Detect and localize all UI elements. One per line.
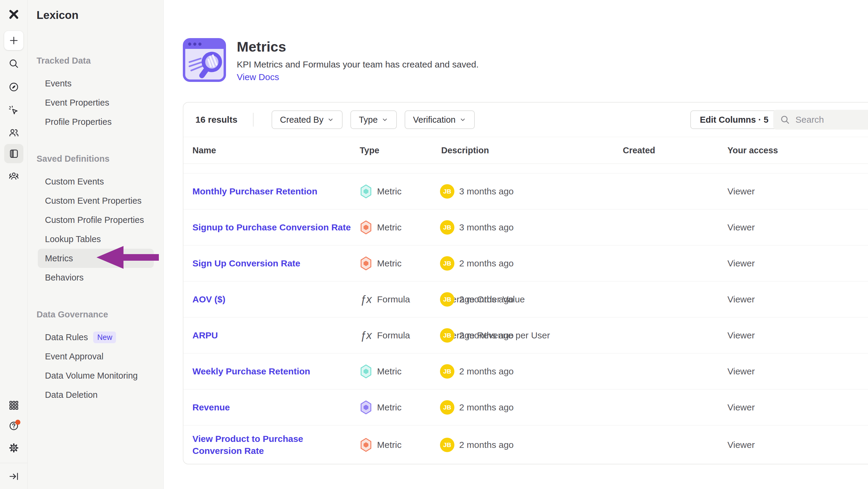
created-cell: 2 months ago	[459, 330, 514, 341]
metric-name-link[interactable]: Signup to Purchase Conversion Rate	[192, 222, 351, 233]
view-docs-link[interactable]: View Docs	[237, 72, 279, 82]
partial-row	[183, 164, 868, 173]
metric-name-link[interactable]: AOV ($)	[192, 293, 351, 306]
sidebar-item-event-approval[interactable]: Event Approval	[38, 347, 154, 366]
sidebar-item-custom-event-properties[interactable]: Custom Event Properties	[38, 191, 154, 210]
avatar: JB	[440, 400, 454, 414]
results-toolbar: 16 results Created ByTypeVerification Ed…	[183, 103, 868, 137]
metrics-app-icon	[182, 37, 226, 83]
sidebar-item-event-properties[interactable]: Event Properties	[38, 93, 154, 112]
sidebar-item-label: Lookup Tables	[45, 234, 101, 244]
type-label: Metric	[377, 440, 402, 450]
table-search[interactable]	[773, 110, 868, 130]
sidebar-title: Lexicon	[28, 0, 163, 25]
sidebar-item-label: Data Rules	[45, 333, 88, 342]
type-cell: ƒxFormula	[360, 329, 410, 342]
type-label: Formula	[377, 330, 410, 341]
cursor-click-icon[interactable]	[7, 104, 20, 117]
metric-name-link[interactable]: Sign Up Conversion Rate	[192, 257, 351, 269]
edit-columns-button[interactable]: Edit Columns · 5	[690, 110, 778, 129]
metric-hexagon-orange	[360, 438, 372, 452]
sidebar-item-label: Events	[45, 79, 72, 88]
section-label: Tracked Data	[28, 56, 163, 64]
sidebar-item-custom-events[interactable]: Custom Events	[38, 172, 154, 191]
avatar: JB	[440, 220, 454, 235]
sidebar-item-label: Event Approval	[45, 352, 103, 362]
column-header-created: Created	[623, 145, 655, 155]
table-row: ARPUƒxFormulaAverage Revenue per UserJB2…	[183, 317, 868, 353]
type-cell: Metric	[360, 220, 402, 235]
filter-button-created-by[interactable]: Created By	[272, 110, 343, 129]
page-description: KPI Metrics and Formulas your team has c…	[237, 59, 479, 69]
main-content: Metrics KPI Metrics and Formulas your te…	[164, 0, 868, 489]
type-label: Metric	[377, 222, 402, 232]
sidebar-section: Tracked DataEventsEvent PropertiesProfil…	[28, 56, 163, 132]
plus-icon[interactable]	[4, 31, 23, 50]
metric-name-link[interactable]: Revenue	[192, 401, 351, 413]
sidebar-item-custom-profile-properties[interactable]: Custom Profile Properties	[38, 210, 154, 230]
created-cell: 2 months ago	[459, 294, 514, 305]
results-count: 16 results	[195, 115, 237, 125]
metric-name-link[interactable]: Weekly Purchase Retention	[192, 365, 351, 377]
column-header-type: Type	[360, 145, 379, 155]
access-cell: Viewer	[727, 440, 755, 450]
metric-name-link[interactable]: View Product to Purchase Conversion Rate	[192, 433, 351, 457]
table-row: Sign Up Conversion RateMetricJB2 months …	[183, 246, 868, 281]
filter-label: Created By	[280, 115, 323, 125]
sidebar-item-label: Custom Profile Properties	[45, 215, 144, 225]
avatar: JB	[440, 184, 454, 199]
metric-name-link[interactable]: ARPU	[192, 329, 351, 341]
table-row: Weekly Purchase RetentionMetricJB2 month…	[183, 353, 868, 390]
access-cell: Viewer	[727, 186, 755, 197]
gear-icon[interactable]	[7, 441, 20, 455]
search-input[interactable]	[796, 115, 864, 125]
type-cell: Metric	[360, 184, 402, 199]
avatar: JB	[440, 256, 454, 270]
table-row: Monthly Purchaser RetentionMetricJB3 mon…	[183, 173, 868, 209]
metric-hexagon-purple	[360, 400, 372, 414]
created-cell: 3 months ago	[459, 186, 514, 197]
collapse-icon[interactable]	[7, 470, 20, 483]
users-icon[interactable]	[7, 126, 20, 139]
type-cell: ƒxFormula	[360, 293, 410, 306]
column-header-name: Name	[192, 145, 216, 155]
column-header-description: Description	[441, 145, 489, 155]
chevron-down-icon	[327, 116, 334, 123]
compass-icon[interactable]	[7, 80, 20, 94]
created-cell: 2 months ago	[459, 440, 514, 450]
filter-button-type[interactable]: Type	[350, 110, 397, 129]
type-cell: Metric	[360, 256, 402, 270]
mixpanel-logo	[7, 8, 20, 21]
access-cell: Viewer	[727, 222, 755, 232]
sidebar-item-label: Custom Event Properties	[45, 196, 142, 206]
sidebar-sections: Tracked DataEventsEvent PropertiesProfil…	[28, 56, 163, 404]
search-icon	[780, 115, 790, 125]
sidebar-item-data-deletion[interactable]: Data Deletion	[38, 385, 154, 404]
sidebar-item-label: Profile Properties	[45, 117, 112, 127]
type-label: Formula	[377, 294, 410, 305]
help-icon[interactable]	[7, 419, 20, 432]
created-cell: 2 months ago	[459, 258, 514, 268]
apps-grid-icon[interactable]	[7, 399, 20, 412]
sidebar-item-data-rules[interactable]: Data RulesNew	[38, 327, 154, 347]
lexicon-sidebar: Lexicon Tracked DataEventsEvent Properti…	[28, 0, 164, 489]
filter-label: Type	[359, 115, 378, 125]
metric-name-link[interactable]: Monthly Purchaser Retention	[192, 185, 351, 197]
section-label: Data Governance	[28, 310, 163, 318]
type-cell: Metric	[360, 364, 402, 379]
sidebar-item-profile-properties[interactable]: Profile Properties	[38, 112, 154, 132]
group-icon[interactable]	[7, 170, 20, 183]
sidebar-section: Data GovernanceData RulesNewEvent Approv…	[28, 310, 163, 404]
table-row: RevenueMetricJB2 months agoViewer	[183, 390, 868, 425]
sidebar-item-label: Custom Events	[45, 177, 104, 186]
rail-top-icons	[0, 0, 27, 183]
sidebar-item-behaviors[interactable]: Behaviors	[38, 268, 154, 287]
sidebar-item-events[interactable]: Events	[38, 74, 154, 93]
app-rail	[0, 0, 28, 489]
annotation-arrow	[96, 246, 159, 269]
lexicon-book-icon[interactable]	[4, 144, 23, 163]
sidebar-item-data-volume-monitoring[interactable]: Data Volume Monitoring	[38, 366, 154, 385]
filter-button-verification[interactable]: Verification	[405, 110, 475, 129]
search-icon[interactable]	[7, 57, 20, 70]
table-row: View Product to Purchase Conversion Rate…	[183, 425, 868, 464]
